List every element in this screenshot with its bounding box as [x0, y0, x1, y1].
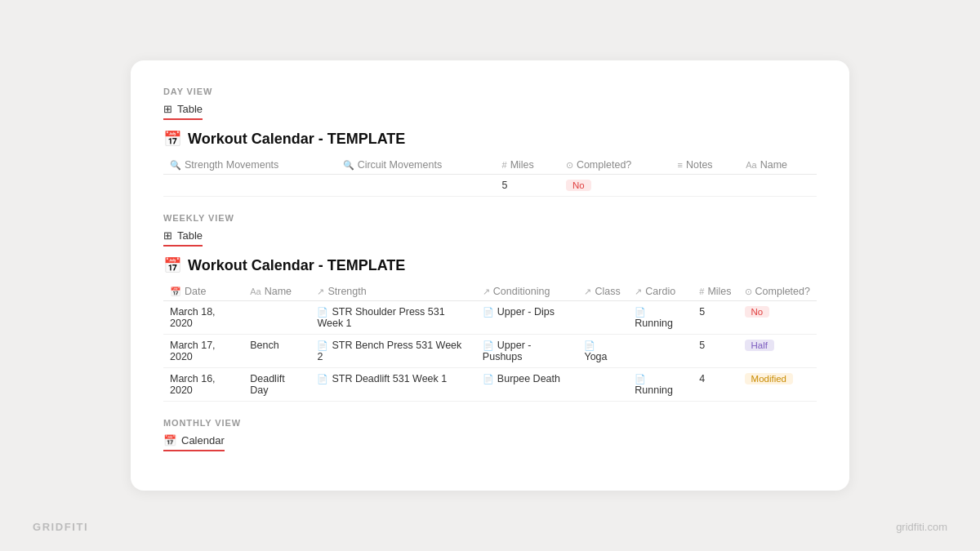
- day-view-db-title: 📅 Workout Calendar - TEMPLATE: [163, 130, 817, 148]
- row-0-conditioning: 📄Upper - Dips: [476, 301, 578, 335]
- row-0-class: [577, 301, 628, 335]
- row-1-strength: 📄STR Bench Press 531 Week 2: [310, 335, 475, 368]
- weekly-view-section: WEEKLY VIEW ⊞ Table 📅 Workout Calendar -…: [163, 213, 817, 402]
- monthly-view-section: MONTHLY VIEW 📅 Calendar: [163, 418, 817, 451]
- day-cell-notes: [671, 175, 740, 197]
- day-cell-miles: 5: [496, 175, 559, 197]
- week-col-class: ↗Class: [577, 282, 628, 301]
- row-2-class: [577, 368, 628, 402]
- row-0-strength: 📄STR Shoulder Press 531 Week 1: [310, 301, 475, 335]
- day-view-section: DAY VIEW ⊞ Table 📅 Workout Calendar - TE…: [163, 87, 817, 197]
- row-1-miles: 5: [693, 335, 737, 368]
- footer-brand: GRIDFITI: [33, 521, 88, 533]
- day-cell-completed: No: [559, 175, 671, 197]
- row-1-cardio: [628, 335, 693, 368]
- monthly-cal-icon: 📅: [163, 434, 176, 447]
- week-col-cardio: ↗Cardio: [628, 282, 693, 301]
- day-col-miles: #Miles: [496, 156, 559, 175]
- row-1-name: Bench: [243, 335, 310, 368]
- row-2-date: March 16, 2020: [163, 368, 243, 402]
- table-icon: ⊞: [163, 103, 172, 115]
- row-0-cardio: 📄Running: [628, 301, 693, 335]
- weekly-view-emoji: 📅: [163, 256, 181, 274]
- day-view-label: DAY VIEW: [163, 87, 817, 96]
- weekly-view-label: WEEKLY VIEW: [163, 213, 817, 223]
- weekly-view-tab-label: Table: [177, 229, 203, 242]
- row-1-completed: Half: [738, 335, 817, 368]
- week-col-conditioning: ↗Conditioning: [476, 282, 578, 301]
- day-view-row: 5 No: [163, 175, 817, 197]
- week-col-completed: ⊙Completed?: [738, 282, 817, 301]
- day-view-tab-label: Table: [177, 103, 203, 115]
- day-cell-circuit: [336, 175, 496, 197]
- day-col-circuit-movements: 🔍Circuit Movements: [336, 156, 496, 175]
- weekly-view-db-title: 📅 Workout Calendar - TEMPLATE: [163, 256, 817, 274]
- footer-url: gridfiti.com: [896, 521, 947, 533]
- week-col-date: 📅Date: [163, 282, 243, 301]
- row-2-strength: 📄STR Deadlift 531 Week 1: [310, 368, 475, 402]
- week-col-strength: ↗Strength: [310, 282, 475, 301]
- day-view-emoji: 📅: [163, 130, 181, 148]
- day-completed-badge: No: [566, 180, 591, 191]
- row-0-name: [243, 301, 310, 335]
- weekly-row-2: March 16, 2020 Deadlift Day 📄STR Deadlif…: [163, 368, 817, 402]
- monthly-view-label: MONTHLY VIEW: [163, 418, 817, 428]
- monthly-view-tab-label: Calendar: [181, 434, 225, 447]
- row-2-completed: Modified: [738, 368, 817, 402]
- weekly-view-title-text: Workout Calendar - TEMPLATE: [188, 257, 405, 274]
- day-view-table: 🔍Strength Movements 🔍Circuit Movements #…: [163, 156, 817, 197]
- row-1-class: 📄Yoga: [577, 335, 628, 368]
- row-1-conditioning: 📄Upper - Pushups: [476, 335, 578, 368]
- row-2-cardio: 📄Running: [628, 368, 693, 402]
- row-2-name: Deadlift Day: [243, 368, 310, 402]
- row-2-conditioning: 📄Burpee Death: [476, 368, 578, 402]
- weekly-table-icon: ⊞: [163, 229, 172, 242]
- row-0-date: March 18, 2020: [163, 301, 243, 335]
- day-col-strength-movements: 🔍Strength Movements: [163, 156, 336, 175]
- day-col-notes: ≡Notes: [671, 156, 740, 175]
- day-cell-name: [739, 175, 817, 197]
- day-view-title-text: Workout Calendar - TEMPLATE: [188, 131, 405, 148]
- day-cell-strength: [163, 175, 336, 197]
- monthly-view-tab[interactable]: 📅 Calendar: [163, 434, 225, 451]
- row-2-miles: 4: [693, 368, 737, 402]
- main-card: DAY VIEW ⊞ Table 📅 Workout Calendar - TE…: [131, 60, 849, 491]
- day-col-name: AaName: [739, 156, 817, 175]
- week-col-miles: #Miles: [693, 282, 737, 301]
- weekly-view-tab[interactable]: ⊞ Table: [163, 229, 203, 247]
- row-0-miles: 5: [693, 301, 737, 335]
- week-col-name: AaName: [243, 282, 310, 301]
- weekly-row-1: March 17, 2020 Bench 📄STR Bench Press 53…: [163, 335, 817, 368]
- weekly-row-0: March 18, 2020 📄STR Shoulder Press 531 W…: [163, 301, 817, 335]
- day-col-completed: ⊙Completed?: [559, 156, 671, 175]
- row-1-date: March 17, 2020: [163, 335, 243, 368]
- row-0-completed: No: [738, 301, 817, 335]
- weekly-view-table: 📅Date AaName ↗Strength ↗Conditioning ↗Cl…: [163, 282, 817, 402]
- day-view-tab[interactable]: ⊞ Table: [163, 103, 203, 120]
